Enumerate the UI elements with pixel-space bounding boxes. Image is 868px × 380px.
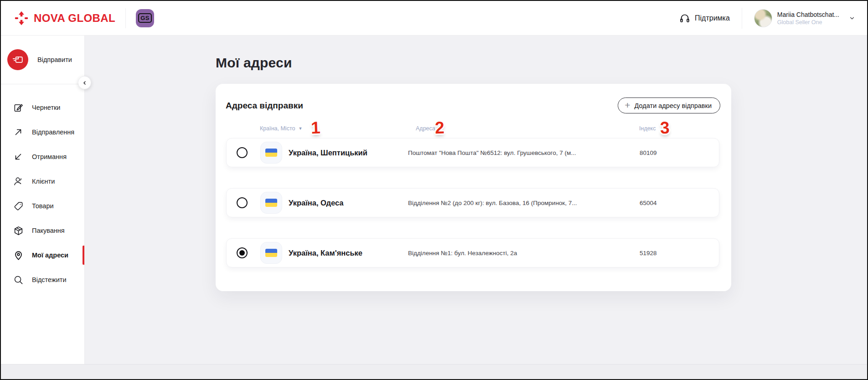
workspace-badge-label: GS bbox=[138, 13, 152, 23]
sidebar-send-button[interactable]: Відправити bbox=[1, 36, 84, 84]
sidebar-item-track[interactable]: Відстежити bbox=[1, 267, 84, 292]
sort-arrow-icon[interactable]: ▼ bbox=[298, 126, 302, 131]
column-country-city[interactable]: Країна, Місто ▼ 1 bbox=[260, 125, 408, 132]
sidebar-item-label: Відправлення bbox=[32, 128, 74, 136]
chevron-down-icon bbox=[849, 15, 855, 21]
page-title: Мої адреси bbox=[216, 55, 292, 71]
sidebar-nav: Чернетки Відправлення bbox=[1, 84, 84, 292]
radio-button[interactable] bbox=[237, 247, 248, 258]
sidebar: Відправити Чернетки bbox=[1, 36, 85, 364]
user-role: Global Seller One bbox=[777, 19, 839, 26]
headphones-icon bbox=[679, 13, 690, 24]
column-index: Індекс 3 bbox=[639, 125, 711, 132]
avatar bbox=[754, 9, 772, 27]
sidebar-item-label: Товари bbox=[32, 202, 54, 210]
package-icon bbox=[13, 225, 24, 236]
user-menu[interactable]: Mariia Chatbotschat... Global Seller One bbox=[754, 9, 855, 27]
country-flag-badge bbox=[260, 142, 282, 164]
sidebar-item-packaging[interactable]: Пакування bbox=[1, 218, 84, 243]
sidebar-item-goods[interactable]: Товари bbox=[1, 194, 84, 218]
address-cell: Поштомат "Нова Пошта" №6512: вул. Грушев… bbox=[408, 149, 640, 156]
radio-button[interactable] bbox=[237, 197, 248, 208]
add-address-button[interactable]: + Додати адресу відправки bbox=[618, 98, 720, 113]
country-city-cell: Україна, Шептицький bbox=[289, 149, 408, 157]
arrow-down-left-icon bbox=[13, 151, 24, 162]
country-city-cell: Україна, Одеса bbox=[289, 199, 408, 207]
arrow-up-right-icon bbox=[13, 127, 24, 138]
location-pin-icon bbox=[13, 250, 24, 261]
user-info: Mariia Chatbotschat... Global Seller One bbox=[777, 10, 839, 26]
sidebar-item-receiving[interactable]: Отримання bbox=[1, 144, 84, 169]
card-header: Адреса відправки + Додати адресу відправ… bbox=[216, 84, 731, 113]
address-row-odesa[interactable]: Україна, Одеса Відділення №2 (до 200 кг)… bbox=[226, 188, 719, 217]
address-cell: Відділення №2 (до 200 кг): вул. Базова, … bbox=[408, 200, 640, 206]
brand-logo[interactable]: NOVA GLOBAL bbox=[14, 10, 115, 26]
annotation-2: 2 bbox=[434, 119, 444, 137]
main-content: Мої адреси Адреса відправки + Додати адр… bbox=[85, 36, 867, 364]
address-rows: Україна, Шептицький Поштомат "Нова Пошта… bbox=[216, 132, 731, 267]
index-cell: 51928 bbox=[640, 250, 709, 257]
draft-icon bbox=[13, 102, 24, 113]
radio-button[interactable] bbox=[237, 147, 248, 158]
clients-icon bbox=[13, 176, 24, 187]
sidebar-item-my-addresses[interactable]: Мої адреси bbox=[1, 243, 84, 267]
country-flag-badge bbox=[260, 242, 282, 264]
plus-icon: + bbox=[625, 100, 630, 110]
sidebar-item-label: Клієнти bbox=[32, 178, 55, 185]
address-row-kamianske[interactable]: Україна, Кам'янське Відділення №1: бул. … bbox=[226, 238, 719, 267]
support-button[interactable]: Підтримка bbox=[679, 13, 730, 24]
address-row-sheptytskyi[interactable]: Україна, Шептицький Поштомат "Нова Пошта… bbox=[226, 138, 719, 167]
ukraine-flag-icon bbox=[265, 199, 277, 207]
sidebar-item-shipments[interactable]: Відправлення bbox=[1, 120, 84, 144]
user-name: Mariia Chatbotschat... bbox=[777, 10, 839, 19]
workspace-badge[interactable]: GS bbox=[136, 9, 154, 27]
annotation-1: 1 bbox=[310, 119, 320, 137]
tag-icon bbox=[13, 200, 24, 211]
column-address-label: Адреса bbox=[416, 125, 435, 132]
sidebar-item-drafts[interactable]: Чернетки bbox=[1, 95, 84, 120]
brand-name: NOVA GLOBAL bbox=[34, 12, 115, 25]
sidebar-item-label: Пакування bbox=[32, 227, 65, 234]
addresses-card: Адреса відправки + Додати адресу відправ… bbox=[216, 84, 731, 291]
header-right: Підтримка Mariia Chatbotschat... Global … bbox=[679, 8, 855, 29]
sidebar-item-label: Відстежити bbox=[32, 276, 67, 283]
sidebar-item-label: Чернетки bbox=[32, 104, 60, 111]
search-icon bbox=[13, 274, 24, 285]
table-header-row: Країна, Місто ▼ 1 Адреса 2 Індекс 3 bbox=[226, 125, 721, 132]
index-cell: 80109 bbox=[640, 149, 709, 156]
sidebar-item-label: Отримання bbox=[32, 153, 67, 160]
support-label: Підтримка bbox=[695, 14, 730, 22]
column-country-city-label: Країна, Місто bbox=[260, 125, 295, 132]
top-header: NOVA GLOBAL GS Підтримка bbox=[1, 1, 867, 36]
annotation-3: 3 bbox=[660, 119, 670, 137]
country-city-cell: Україна, Кам'янське bbox=[289, 249, 408, 257]
send-parcel-icon bbox=[7, 49, 28, 70]
column-address: Адреса 2 bbox=[408, 125, 639, 132]
ukraine-flag-icon bbox=[265, 149, 277, 157]
ukraine-flag-icon bbox=[265, 249, 277, 257]
sidebar-send-label: Відправити bbox=[37, 56, 72, 63]
address-cell: Відділення №1: бул. Незалежності, 2а bbox=[408, 250, 640, 257]
header-divider bbox=[742, 8, 742, 29]
header-divider bbox=[125, 8, 126, 28]
body-row: Відправити Чернетки bbox=[1, 36, 867, 364]
index-cell: 65004 bbox=[640, 200, 709, 206]
nova-arrows-icon bbox=[14, 10, 29, 26]
country-flag-badge bbox=[260, 192, 282, 214]
footer-bar bbox=[1, 364, 867, 379]
sidebar-item-clients[interactable]: Клієнти bbox=[1, 169, 84, 194]
sidebar-item-label: Мої адреси bbox=[32, 252, 68, 259]
sidebar-collapse-button[interactable] bbox=[78, 76, 91, 89]
column-index-label: Індекс bbox=[639, 125, 656, 132]
app-window: NOVA GLOBAL GS Підтримка bbox=[0, 0, 868, 380]
add-address-label: Додати адресу відправки bbox=[635, 102, 712, 109]
card-title: Адреса відправки bbox=[226, 101, 303, 111]
